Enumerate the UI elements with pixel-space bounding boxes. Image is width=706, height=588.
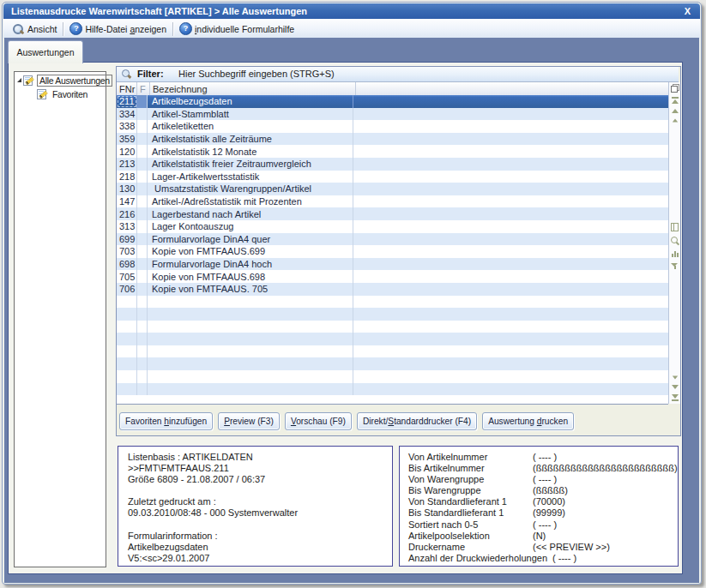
copy-icon[interactable]: [671, 84, 679, 92]
parameter-row: Anzahl der Druckwiederholungen( ---- ): [408, 553, 678, 564]
table-row[interactable]: 130 Umsatzstatistik Warengruppen/Artikel: [117, 183, 668, 195]
cell-empty: [353, 296, 668, 309]
table-row-empty[interactable]: [117, 357, 668, 370]
filter-tool-icon[interactable]: [671, 262, 679, 270]
table-row[interactable]: 216Lagerbestand nach Artikel: [117, 207, 668, 220]
cell-bezeichnung: Artikelstatistik freier Zeitraumvergleic…: [148, 158, 353, 171]
table-row[interactable]: 120Artikelstatistik 12 Monate: [117, 145, 668, 158]
parameter-row: Bis Warengruppe(ßßßßß): [408, 485, 678, 496]
app-window: Listenausdrucke Warenwirtschaft [ARTIKEL…: [2, 2, 702, 585]
table-row[interactable]: 147Artikel-/Adreßstatistik mit Prozenten: [117, 195, 668, 208]
scroll-down-icon[interactable]: [672, 385, 679, 389]
cell-bezeichnung: Formularvorlage DinA4 quer: [148, 233, 353, 246]
cell-empty: [353, 120, 668, 133]
button-auswertung-drucken[interactable]: Auswertung drucken: [482, 412, 574, 430]
cell-f: [137, 158, 148, 171]
scroll-up-small-icon[interactable]: [672, 119, 677, 123]
parameter-value: ( ---- ): [533, 474, 557, 485]
table-row[interactable]: 313Lager Kontoauszug: [117, 220, 668, 233]
table-row-empty[interactable]: [117, 345, 668, 358]
cell-empty: [353, 321, 668, 333]
cell-bezeichnung: [148, 357, 353, 370]
cell-fnr: [117, 345, 137, 358]
cell-fnr: [117, 321, 137, 333]
tree-item-favoriten[interactable]: Favoriten: [15, 88, 106, 99]
table-row[interactable]: 698Formularvorlage DinA4 hoch: [117, 258, 668, 271]
table-row-empty[interactable]: [117, 296, 668, 309]
table-row-empty[interactable]: [117, 383, 668, 396]
button-preview-f3-[interactable]: Preview (F3): [218, 412, 280, 430]
table-row-empty[interactable]: [117, 333, 668, 345]
tree-panel: Alle AuswertungenFavoriten: [14, 71, 106, 567]
table-row[interactable]: 706Kopie von FMTFAAUS. 705: [117, 283, 668, 296]
cell-empty: [353, 270, 668, 283]
table-row-empty[interactable]: [117, 321, 668, 333]
table-row[interactable]: 359Artikelstatistik alle Zeiträume: [117, 133, 668, 146]
button-favoriten-hinzuf-gen[interactable]: Favoriten hinzufügen: [119, 412, 213, 430]
table-body[interactable]: 211Artikelbezugsdaten334Artikel-Stammbla…: [117, 95, 668, 405]
parameter-label: Bis Warengruppe: [408, 485, 533, 496]
table-scrollbar[interactable]: [668, 82, 680, 404]
table-row[interactable]: 213Artikelstatistik freier Zeitraumvergl…: [117, 158, 668, 171]
statistics-icon[interactable]: [672, 250, 679, 257]
cell-empty: [353, 108, 668, 121]
column-header-fnr[interactable]: FNr: [117, 82, 137, 95]
search-icon: [122, 69, 132, 79]
cell-fnr: [117, 383, 137, 396]
close-button[interactable]: X: [685, 3, 691, 19]
cell-bezeichnung: Artikel-/Adreßstatistik mit Prozenten: [148, 195, 353, 208]
column-header-bezeichnung[interactable]: Bezeichnung: [150, 82, 356, 95]
cell-empty: [353, 195, 668, 208]
cell-f: [137, 183, 148, 195]
scroll-top-icon[interactable]: [672, 97, 679, 104]
table-row[interactable]: 705Kopie von FMTFAAUS.698: [117, 270, 668, 283]
cell-empty: [353, 245, 668, 258]
cell-bezeichnung: [148, 321, 353, 333]
button-label: Vorschau (F9): [291, 417, 346, 426]
table-row-empty[interactable]: [117, 308, 668, 321]
toolbar-button-3[interactable]: ?individuelle Formularhilfe: [175, 21, 299, 37]
parameter-row: Bis Artikelnummer(ßßßßßßßßßßßßßßßßßßßßßß…: [408, 463, 678, 474]
cell-empty: [353, 333, 668, 345]
cell-fnr: 699: [117, 233, 137, 246]
table-row[interactable]: 211Artikelbezugsdaten: [117, 95, 668, 108]
cell-empty: [353, 357, 668, 370]
filter-input[interactable]: Hier Suchbegriff eingeben (STRG+S): [178, 69, 335, 79]
table-row[interactable]: 218Lager-Artikelwertsstatistik: [117, 171, 668, 183]
cell-f: [137, 357, 148, 370]
search-tool-icon[interactable]: [671, 237, 679, 245]
toolbar-button-2[interactable]: ?Hilfe-Datei anzeigen: [65, 21, 171, 37]
tree-expander-icon[interactable]: [17, 78, 21, 82]
columns-icon[interactable]: [671, 223, 679, 231]
cell-empty: [353, 233, 668, 246]
table-row[interactable]: 334Artikel-Stammblatt: [117, 108, 668, 121]
cell-empty: [353, 283, 668, 296]
cell-fnr: [117, 357, 137, 370]
button-label: Favoriten hinzufügen: [125, 417, 207, 426]
parameter-value: (99999): [533, 507, 565, 519]
table-row-empty[interactable]: [117, 370, 668, 383]
table-row[interactable]: 338Artikeletiketten: [117, 120, 668, 133]
cell-empty: [353, 183, 668, 195]
button-direkt-standarddrucker-f4-[interactable]: Direkt/Standarddrucker (F4): [357, 412, 477, 430]
parameter-label: Artikelpoolselektion: [408, 531, 533, 542]
table-row[interactable]: 699Formularvorlage DinA4 quer: [117, 233, 668, 246]
scroll-bottom-icon[interactable]: [672, 394, 679, 401]
page-panel: Alle AuswertungenFavoriten Filter: Hier …: [8, 62, 683, 574]
button-vorschau-f9-[interactable]: Vorschau (F9): [285, 412, 352, 430]
button-label: Preview (F3): [224, 417, 274, 426]
scroll-up-icon[interactable]: [672, 109, 679, 113]
cell-f: [137, 258, 148, 271]
list-panel: Filter: Hier Suchbegriff eingeben (STRG+…: [116, 66, 681, 436]
cell-fnr: 334: [117, 108, 137, 121]
cell-bezeichnung: Umsatzstatistik Warengruppen/Artikel: [148, 183, 353, 195]
parameter-value: (70000): [533, 496, 565, 507]
tree-item-alle-auswertungen[interactable]: Alle Auswertungen: [15, 75, 106, 86]
table-row[interactable]: 703Kopie von FMTFAAUS.699: [117, 245, 668, 258]
toolbar-button-1[interactable]: Ansicht: [8, 21, 61, 37]
tab-auswertungen[interactable]: Auswertungen: [8, 40, 83, 63]
scroll-down-small-icon[interactable]: [672, 376, 677, 380]
column-header-f[interactable]: F: [137, 82, 150, 95]
parameter-row: Bis Standardlieferant 1(99999): [408, 507, 678, 519]
toolbar: Ansicht?Hilfe-Datei anzeigen?individuell…: [3, 19, 700, 39]
